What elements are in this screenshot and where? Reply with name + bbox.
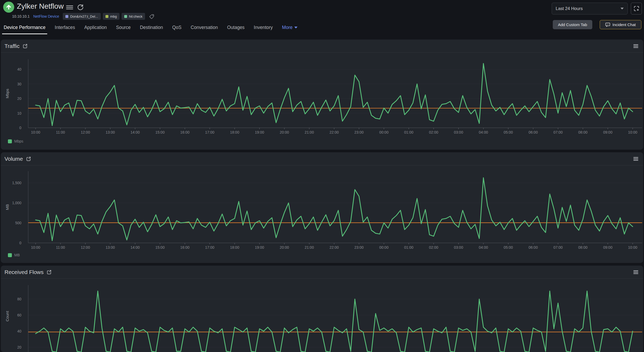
svg-text:15:00: 15:00 <box>155 130 165 134</box>
tab-label: Outages <box>227 25 244 30</box>
tab-device-performance[interactable]: Device Performance <box>2 23 47 34</box>
svg-text:05:00: 05:00 <box>504 245 513 250</box>
tab-source[interactable]: Source <box>114 23 132 34</box>
svg-text:23:00: 23:00 <box>354 130 364 134</box>
svg-text:11:00: 11:00 <box>56 245 65 250</box>
expand-icon[interactable] <box>26 157 31 161</box>
svg-text:02:00: 02:00 <box>429 245 438 250</box>
svg-text:20: 20 <box>17 345 21 349</box>
add-custom-tab-button[interactable]: Add Custom Tab <box>553 20 592 29</box>
svg-text:Mbps: Mbps <box>5 89 9 99</box>
traffic-card-header: Traffic <box>1 40 643 53</box>
svg-text:18:00: 18:00 <box>230 245 239 250</box>
tag-chip[interactable]: hit:check <box>122 13 145 20</box>
svg-text:40: 40 <box>17 329 21 333</box>
svg-text:17:00: 17:00 <box>205 130 214 134</box>
svg-text:07:00: 07:00 <box>553 245 563 250</box>
expand-icon[interactable] <box>47 270 51 275</box>
svg-text:20:00: 20:00 <box>280 245 289 250</box>
tab-interfaces[interactable]: Interfaces <box>53 23 77 34</box>
page-title: Zylker Netflow <box>17 2 64 11</box>
capture-button[interactable] <box>631 3 642 14</box>
up-arrow-icon <box>6 4 12 10</box>
chat-icon <box>605 22 610 27</box>
svg-text:12:00: 12:00 <box>81 130 90 134</box>
volume-chart[interactable]: 05001,0001,50010:0011:0012:0013:0014:001… <box>1 166 643 254</box>
device-menu-icon[interactable] <box>66 4 73 11</box>
svg-text:03:00: 03:00 <box>454 130 463 134</box>
tab-application[interactable]: Application <box>83 23 108 34</box>
svg-text:21:00: 21:00 <box>305 130 314 134</box>
tab-label: Destination <box>140 25 163 30</box>
tag-chip[interactable]: mbg <box>103 13 119 20</box>
chart-title-received-flows: Received Flows <box>4 269 44 275</box>
tab-more[interactable]: More <box>280 23 299 34</box>
svg-text:19:00: 19:00 <box>255 245 264 250</box>
svg-text:10:00: 10:00 <box>31 245 40 250</box>
svg-text:Count: Count <box>5 311 9 321</box>
tab-bar: Device PerformanceInterfacesApplicationS… <box>2 23 299 34</box>
svg-text:19:00: 19:00 <box>255 130 264 134</box>
svg-text:00:00: 00:00 <box>379 130 388 134</box>
svg-text:0: 0 <box>19 126 21 130</box>
svg-text:10: 10 <box>17 111 21 115</box>
tab-outages[interactable]: Outages <box>225 23 246 34</box>
svg-text:14:00: 14:00 <box>131 130 140 134</box>
svg-text:10:00: 10:00 <box>628 130 637 134</box>
volume-card: Volume 05001,0001,50010:0011:0012:0013:0… <box>1 152 643 263</box>
chart-menu-icon[interactable] <box>633 157 638 161</box>
device-meta-row: 10.10.10.1 NetFlow Device Don&#x27;t_Del… <box>12 13 154 20</box>
legend-swatch <box>8 139 12 143</box>
expand-icon[interactable] <box>23 44 27 48</box>
device-type-link[interactable]: NetFlow Device <box>33 14 59 18</box>
tag-chip[interactable]: Don&#x27;t_Del... <box>63 13 101 20</box>
tab-destination[interactable]: Destination <box>138 23 165 34</box>
tag-label: Don&#x27;t_Del... <box>70 14 98 18</box>
svg-text:16:00: 16:00 <box>180 245 189 250</box>
chart-title-traffic: Traffic <box>4 43 20 49</box>
tab-conversation[interactable]: Conversation <box>189 23 219 34</box>
svg-text:80: 80 <box>17 297 21 301</box>
chart-menu-icon[interactable] <box>633 44 638 48</box>
svg-text:22:00: 22:00 <box>329 130 339 134</box>
svg-text:06:00: 06:00 <box>528 130 538 134</box>
svg-text:07:00: 07:00 <box>553 130 563 134</box>
svg-text:04:00: 04:00 <box>479 130 488 134</box>
tab-label: Inventory <box>254 25 273 30</box>
volume-legend[interactable]: MB <box>8 253 20 257</box>
received-flows-card-header: Received Flows <box>1 266 643 279</box>
svg-text:04:00: 04:00 <box>479 245 488 250</box>
legend-swatch <box>8 253 12 257</box>
svg-text:18:00: 18:00 <box>230 130 239 134</box>
svg-text:01:00: 01:00 <box>404 245 413 250</box>
traffic-chart[interactable]: 01020304010:0011:0012:0013:0014:0015:001… <box>1 53 643 141</box>
received-flows-chart[interactable]: 20406080Count <box>1 279 643 352</box>
incident-chat-button[interactable]: Incident Chat <box>600 20 641 29</box>
svg-text:14:00: 14:00 <box>131 245 140 250</box>
incident-chat-label: Incident Chat <box>612 22 636 27</box>
svg-text:15:00: 15:00 <box>155 245 165 250</box>
device-ip: 10.10.10.1 <box>12 14 30 18</box>
chart-menu-icon[interactable] <box>633 270 638 274</box>
legend-label: Mbps <box>14 139 23 143</box>
volume-card-header: Volume <box>1 152 643 165</box>
traffic-legend[interactable]: Mbps <box>8 139 23 143</box>
svg-text:05:00: 05:00 <box>504 130 513 134</box>
svg-text:13:00: 13:00 <box>105 245 115 250</box>
refresh-icon[interactable] <box>77 4 84 11</box>
tag-icon[interactable] <box>149 14 154 19</box>
svg-text:1,500: 1,500 <box>12 181 21 185</box>
svg-text:1,000: 1,000 <box>12 201 21 205</box>
svg-text:21:00: 21:00 <box>305 245 314 250</box>
svg-text:00:00: 00:00 <box>379 245 388 250</box>
tab-inventory[interactable]: Inventory <box>252 23 274 34</box>
tab-qos[interactable]: QoS <box>171 23 183 34</box>
svg-text:09:00: 09:00 <box>603 245 612 250</box>
page-header: Zylker Netflow 10.10.10.1 NetFlow Device… <box>0 0 644 37</box>
svg-text:22:00: 22:00 <box>329 245 339 250</box>
svg-text:60: 60 <box>17 313 21 317</box>
device-status-avatar <box>3 2 14 13</box>
chevron-down-icon <box>621 8 624 9</box>
time-range-select[interactable]: Last 24 Hours <box>552 3 628 14</box>
chevron-down-icon <box>294 27 297 28</box>
